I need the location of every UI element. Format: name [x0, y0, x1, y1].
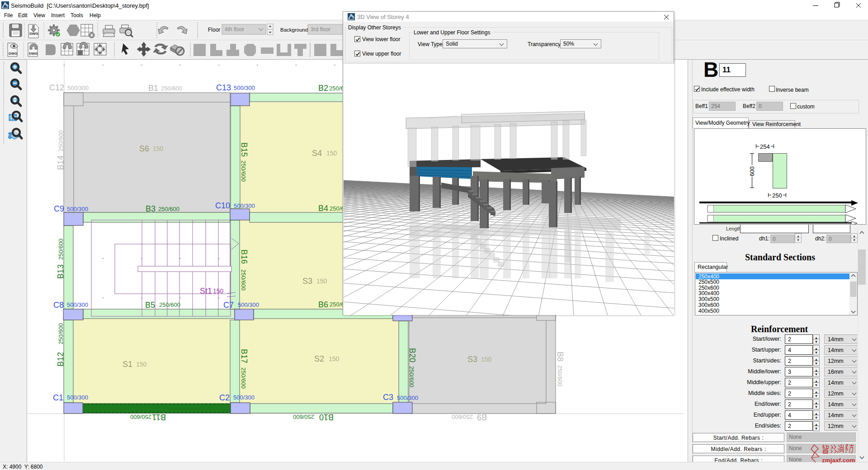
svg-text:250/600: 250/600: [240, 367, 247, 389]
svg-text:DWG: DWG: [29, 52, 38, 56]
svg-text:B13: B13: [56, 264, 65, 279]
svg-text:250/600: 250/600: [452, 414, 473, 420]
svg-text:250/600: 250/600: [158, 206, 179, 212]
svg-text:B4: B4: [318, 204, 328, 213]
svg-text:S3: S3: [467, 355, 477, 364]
svg-text:150: 150: [136, 361, 147, 368]
svg-text:150: 150: [153, 145, 164, 152]
svg-text:500/300: 500/300: [67, 394, 88, 401]
svg-text:500/300: 500/300: [67, 301, 88, 308]
svg-text:500/300: 500/300: [67, 85, 89, 91]
svg-text:B5: B5: [145, 301, 155, 310]
svg-text:250/600: 250/600: [57, 323, 64, 344]
svg-text:250/600: 250/600: [557, 365, 563, 386]
svg-text:250/600: 250/600: [130, 414, 151, 420]
svg-text:500/300: 500/300: [234, 202, 255, 209]
svg-text:C8: C8: [53, 301, 64, 310]
svg-text:B3: B3: [146, 204, 156, 213]
svg-text:St1: St1: [200, 287, 212, 296]
svg-text:Background: Background: [280, 27, 308, 33]
svg-text:B15: B15: [240, 142, 249, 157]
svg-text:C2: C2: [219, 393, 230, 402]
svg-text:250/600: 250/600: [293, 414, 314, 420]
svg-text:3rd floor: 3rd floor: [311, 26, 330, 33]
svg-text:S3: S3: [302, 277, 312, 286]
svg-text:250/600: 250/600: [159, 301, 180, 308]
svg-text:B14: B14: [56, 155, 65, 170]
svg-text:zmjaxf.com: zmjaxf.com: [822, 457, 855, 464]
svg-text:B12: B12: [56, 352, 65, 367]
svg-text:S4: S4: [312, 149, 322, 158]
svg-text:500/300: 500/300: [233, 394, 255, 401]
svg-text:B16: B16: [240, 249, 249, 264]
svg-text:B8: B8: [556, 352, 565, 362]
svg-text:Floor: Floor: [208, 27, 220, 33]
svg-text:600: 600: [749, 166, 755, 176]
svg-text:S2: S2: [314, 354, 324, 363]
svg-text:C12: C12: [49, 83, 64, 92]
svg-text:C9: C9: [54, 204, 64, 213]
svg-text:254: 254: [760, 143, 770, 150]
svg-text:C7: C7: [223, 301, 234, 310]
svg-text:500/300: 500/300: [238, 301, 259, 308]
svg-text:S6: S6: [139, 144, 149, 153]
svg-text:250/600: 250/600: [240, 160, 247, 182]
svg-text:B17: B17: [240, 349, 249, 363]
svg-text:B6: B6: [318, 300, 328, 309]
svg-text:250/600: 250/600: [408, 366, 415, 387]
svg-text:C3: C3: [383, 393, 393, 402]
svg-text:B10: B10: [319, 413, 334, 422]
svg-text:150: 150: [316, 277, 327, 285]
svg-text:250/600: 250/600: [57, 239, 64, 260]
svg-text:C1: C1: [53, 393, 63, 402]
svg-text:B20: B20: [408, 348, 417, 362]
svg-text:250: 250: [772, 192, 782, 199]
svg-text:B9: B9: [477, 413, 487, 422]
svg-text:500/300: 500/300: [67, 206, 88, 212]
svg-text:150: 150: [481, 356, 492, 363]
svg-text:S1: S1: [123, 360, 132, 369]
svg-text:DWG: DWG: [9, 52, 18, 56]
svg-text:150: 150: [329, 355, 340, 362]
svg-text:4th floor: 4th floor: [225, 26, 244, 33]
svg-text:250/600: 250/600: [240, 269, 247, 291]
svg-text:C10: C10: [215, 201, 230, 210]
svg-text:150: 150: [326, 150, 337, 157]
svg-text:B1: B1: [148, 84, 158, 93]
svg-text:DWG: DWG: [29, 32, 38, 36]
svg-text:B11: B11: [152, 413, 166, 422]
svg-text:250/600: 250/600: [161, 85, 182, 92]
svg-text:C13: C13: [216, 83, 231, 92]
svg-text:150: 150: [213, 287, 224, 295]
svg-text:500/300: 500/300: [397, 395, 418, 401]
svg-text:250/600: 250/600: [57, 130, 64, 151]
svg-text:500/300: 500/300: [234, 85, 255, 91]
svg-text:B2: B2: [318, 84, 328, 93]
